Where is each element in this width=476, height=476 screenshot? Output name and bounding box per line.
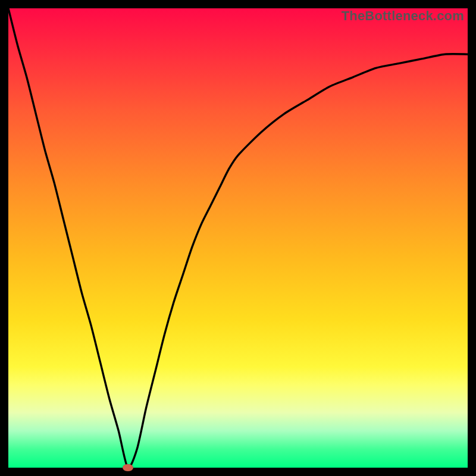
chart-plot-area: TheBottleneck.com xyxy=(8,8,468,468)
chart-frame: TheBottleneck.com xyxy=(0,0,476,476)
chart-marker-icon xyxy=(123,464,133,471)
chart-line xyxy=(8,8,468,468)
